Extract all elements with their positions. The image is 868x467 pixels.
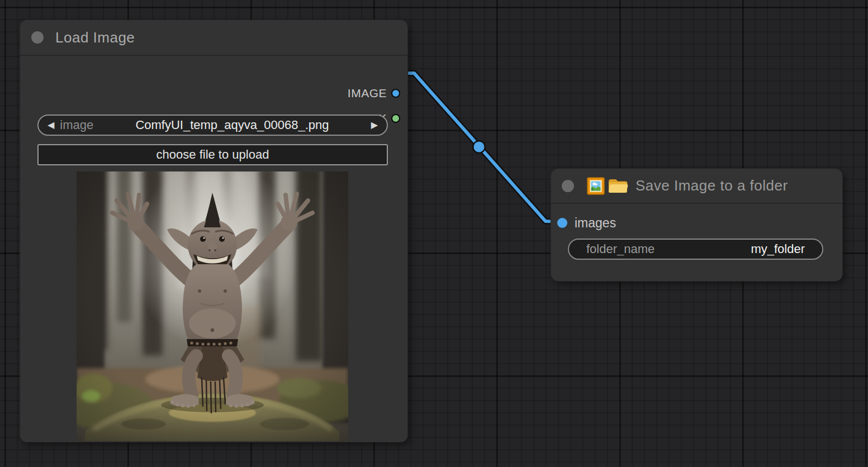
node-canvas[interactable]: { "canvas": {"background": "#242426", "g…	[0, 0, 868, 467]
input-slot-images: images	[557, 217, 616, 229]
choose-file-button[interactable]: choose file to upload	[37, 144, 388, 165]
link-midpoint-dot	[474, 142, 485, 153]
save-image-node-titlebar[interactable]: Save Image to a folder	[551, 169, 842, 204]
combo-prev-icon[interactable]: ◀	[48, 121, 54, 130]
node-status-dot	[31, 31, 44, 44]
combo-next-icon[interactable]: ▶	[371, 121, 378, 130]
input-label-images: images	[575, 216, 616, 231]
framed-picture-icon	[587, 177, 605, 195]
load-image-node-titlebar[interactable]: Load Image	[20, 20, 407, 56]
folder-name-label: folder_name	[586, 242, 654, 256]
node-title: Load Image	[55, 29, 135, 46]
folder-name-widget[interactable]: folder_name my_folder	[568, 239, 823, 260]
node-title: Save Image to a folder	[635, 177, 788, 194]
output-slot-image: IMAGE	[348, 88, 407, 99]
image-preview	[77, 171, 348, 441]
folder-name-value[interactable]: my_folder	[751, 242, 805, 256]
image-combo-widget[interactable]: ◀ image ComfyUI_temp_aqyva_00068_.png ▶	[37, 115, 388, 136]
output-label-image: IMAGE	[348, 87, 387, 100]
combo-value[interactable]: ComfyUI_temp_aqyva_00068_.png	[93, 118, 371, 132]
combo-label: image	[60, 118, 93, 132]
output-dot-image[interactable]	[391, 89, 400, 98]
node-status-dot	[562, 180, 574, 192]
output-dot-mask[interactable]	[391, 114, 400, 123]
choose-file-label: choose file to upload	[156, 147, 269, 162]
troll-forest-illustration	[77, 171, 348, 441]
open-folder-icon	[608, 177, 628, 194]
save-image-node[interactable]: Save Image to a folder images folder_nam…	[551, 169, 842, 281]
input-dot-images[interactable]	[557, 218, 567, 228]
load-image-node[interactable]: Load Image IMAGE MASK ◀ image ComfyUI_te…	[20, 20, 407, 442]
